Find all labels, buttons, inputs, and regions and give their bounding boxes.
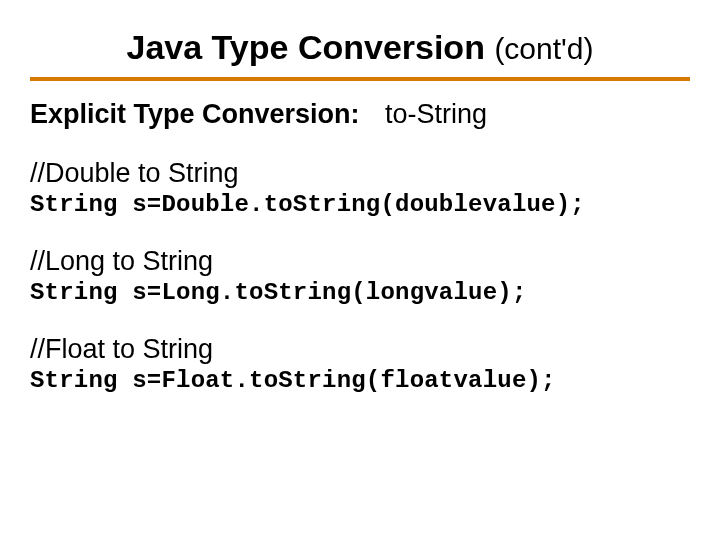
subheading-label: Explicit Type Conversion: — [30, 99, 360, 129]
example-code: String s=Long.toString(longvalue); — [30, 279, 690, 306]
subheading: Explicit Type Conversion: to-String — [30, 99, 690, 130]
example-comment: //Double to String — [30, 158, 690, 189]
example-code: String s=Float.toString(floatvalue); — [30, 367, 690, 394]
slide-title: Java Type Conversion (cont'd) — [30, 28, 690, 67]
example-block: //Long to String String s=Long.toString(… — [30, 246, 690, 306]
example-block: //Float to String String s=Float.toStrin… — [30, 334, 690, 394]
title-suffix: (cont'd) — [494, 32, 593, 65]
example-comment: //Float to String — [30, 334, 690, 365]
title-main: Java Type Conversion — [127, 28, 485, 66]
example-block: //Double to String String s=Double.toStr… — [30, 158, 690, 218]
example-comment: //Long to String — [30, 246, 690, 277]
subheading-value: to-String — [385, 99, 487, 129]
example-code: String s=Double.toString(doublevalue); — [30, 191, 690, 218]
title-rule — [30, 77, 690, 81]
